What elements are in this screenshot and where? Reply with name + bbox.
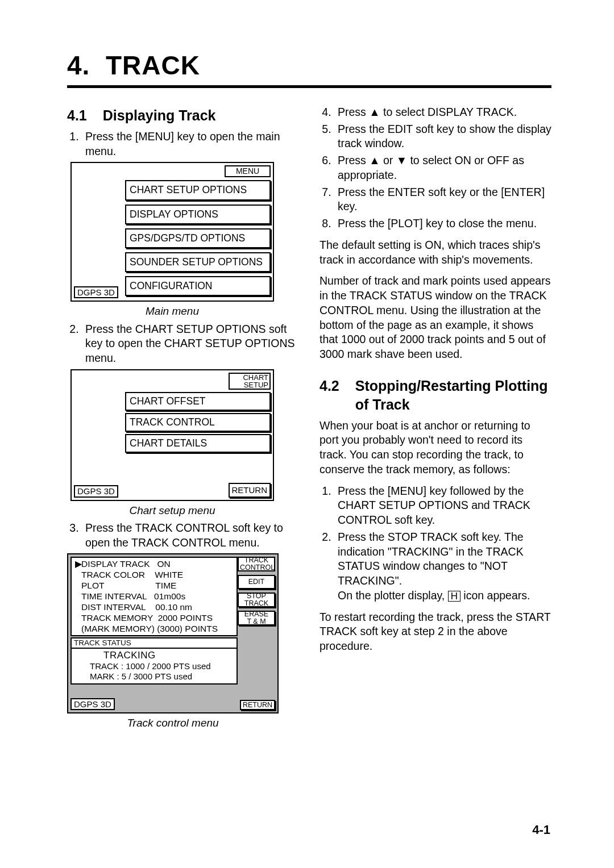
section-number: 4.1 [67,106,87,125]
steps-1: Press the [MENU] key to open the main me… [67,130,299,158]
edit-softkey: EDIT [238,575,275,589]
paragraph: When your boat is at anchor or returning… [320,419,551,477]
step-item: Press the STOP TRACK soft key. The indic… [334,530,551,603]
figure-caption: Track control menu [67,716,279,730]
step-item: Press the ENTER soft key or the [ENTER] … [334,185,551,214]
figure-track-control-menu: ▶DISPLAY TRACK ON TRACK COLOR WHITE PLOT… [67,553,279,730]
track-status-header: TRACK STATUS [72,639,237,649]
stop-track-softkey: STOP TRACK [238,592,275,607]
menu-item: TRACK CONTROL [125,413,271,432]
steps-3: Press the TRACK CONTROL soft key to open… [67,521,299,550]
softkey-header: TRACK CONTROL [238,557,275,571]
paragraph: The default setting is ON, which traces … [320,238,551,267]
softkey-header: CHART SETUP [229,373,271,390]
tracking-status: TRACKING [72,649,237,661]
gps-status-chip: DGPS 3D [74,485,118,498]
paragraph: Number of track and mark points used app… [320,274,551,361]
softkey-menu-header: MENU [225,165,271,177]
mark-points-line: MARK : 5 / 3000 PTS used [72,671,237,683]
section-number: 4.2 [320,377,339,395]
menu-item: CHART DETAILS [125,434,271,453]
step-item: Press the [MENU] key to open the main me… [82,130,299,158]
step-item: Press the TRACK CONTROL soft key to open… [82,521,299,550]
figure-main-menu: MENU CHART SETUP OPTIONS DISPLAY OPTIONS… [70,162,274,318]
gps-status-chip: DGPS 3D [70,698,115,711]
step-item: Press ▲ or ▼ to select ON or OFF as appr… [334,153,551,182]
h-icon: H [448,591,460,602]
section-title: Stopping/Restarting Plotting of Track [355,377,551,414]
return-softkey: RETURN [240,700,275,711]
chapter-rule [67,85,551,88]
step-item: Press the [PLOT] key to close the menu. [334,216,551,231]
step-item: Press ▲ to select DISPLAY TRACK. [334,105,551,120]
plotter-note: On the plotter display, H icon appears. [338,589,530,602]
steps-s42: Press the [MENU] key followed by the CHA… [320,484,551,603]
section-4-2-heading: 4.2 Stopping/Restarting Plotting of Trac… [320,377,551,414]
figure-caption: Main menu [70,304,274,318]
track-points-line: TRACK : 1000 / 2000 PTS used [72,661,237,671]
track-status-box: TRACK STATUS TRACKING TRACK : 1000 / 200… [70,637,238,685]
section-4-1-heading: 4.1 Displaying Track [67,106,299,125]
chapter-name: TRACK [106,51,200,80]
right-column: Press ▲ to select DISPLAY TRACK. Press t… [320,104,551,733]
return-softkey: RETURN [229,483,271,498]
menu-item: DISPLAY OPTIONS [125,205,271,224]
step-item: Press the [MENU] key followed by the CHA… [334,484,551,528]
chapter-number: 4. [67,51,90,80]
menu-item: CHART OFFSET [125,392,271,411]
paragraph: To restart recording the track, press th… [320,610,551,654]
steps-2: Press the CHART SETUP OPTIONS soft key t… [67,322,299,366]
left-column: 4.1 Displaying Track Press the [MENU] ke… [67,104,299,733]
gps-status-chip: DGPS 3D [74,286,118,299]
erase-tm-softkey: ERASE T & M [238,611,275,625]
menu-item: CONFIGURATION [125,276,271,296]
menu-item: CHART SETUP OPTIONS [125,180,271,200]
step-item: Press the EDIT soft key to show the disp… [334,122,551,151]
steps-4to8: Press ▲ to select DISPLAY TRACK. Press t… [320,105,551,231]
figure-caption: Chart setup menu [70,503,274,518]
track-settings-box: ▶DISPLAY TRACK ON TRACK COLOR WHITE PLOT… [70,557,238,636]
section-title: Displaying Track [103,106,299,125]
step-item: Press the CHART SETUP OPTIONS soft key t… [82,322,299,366]
menu-item: GPS/DGPS/TD OPTIONS [125,228,271,248]
chapter-title: 4. TRACK [67,50,551,81]
page-number: 4-1 [532,823,550,837]
menu-item: SOUNDER SETUP OPTIONS [125,252,271,272]
figure-chart-setup-menu: CHART SETUP CHART OFFSET TRACK CONTROL C… [70,369,274,518]
